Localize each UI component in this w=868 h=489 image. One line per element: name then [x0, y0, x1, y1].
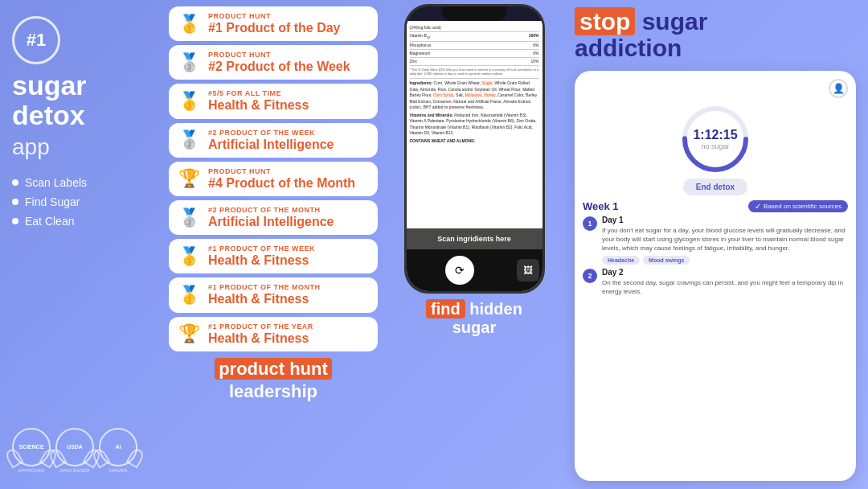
card-label-5: #2 PRODUCT OF THE MONTH — [208, 206, 334, 214]
week-section: Week 1 ✓ Based on scientific sources 1 D… — [583, 200, 848, 473]
feature-eat: Eat Clean — [12, 215, 87, 228]
ph-card-2[interactable]: 🥇 #5/5 FOR ALL TIME Health & Fitness — [169, 84, 378, 118]
app-top-bar: 👤 — [583, 79, 848, 98]
phone-notch — [442, 6, 506, 21]
nutrition-label: (240mg folic acid) Vitamin B12100% Phosp… — [407, 21, 542, 228]
stop-highlight: stop — [575, 7, 635, 35]
card-label-0: PRODUCT HUNT — [208, 12, 340, 20]
tag-mood: Mood swings — [643, 256, 690, 265]
badge-usda: USDA DATA BASED — [55, 428, 94, 473]
timer-label: no sugar — [693, 142, 737, 150]
medal-icon-6: 🥇 — [178, 246, 200, 267]
disclaimer: * The % Daily Value (DV) tells you how m… — [410, 68, 539, 79]
rank-badge: #1 — [12, 16, 60, 64]
day-title-1: Day 1 — [602, 216, 848, 224]
badge-ai: AI DRIVEN — [99, 428, 137, 473]
app-subtitle: app — [12, 134, 87, 160]
day-number-1: 1 — [583, 216, 597, 231]
badge-science: Science APPROVED — [12, 428, 51, 473]
phone-footer-label: find hidden — [426, 300, 522, 318]
ingredients-text: Ingredients: Corn, Whole Grain Wheat, Su… — [410, 80, 539, 111]
hidden-text: hidden — [469, 300, 522, 318]
nut-row-phosphorus: Phosphorus6% — [410, 42, 539, 50]
left-section: #1 sugardetox app Scan Labels Find Sugar… — [0, 0, 161, 489]
medal-icon-4: 🏆 — [178, 168, 200, 189]
day-title-2: Day 2 — [602, 268, 848, 277]
day-text-1: If you don't eat sugar for a day, your b… — [602, 226, 848, 253]
medal-icon-1: 🥈 — [178, 52, 200, 73]
scan-text: Scan ingridients here — [437, 235, 511, 243]
day-number-2: 2 — [583, 269, 597, 283]
card-title-0: #1 Product of the Day — [208, 20, 340, 35]
ph-card-4[interactable]: 🏆 PRODUCT HUNT #4 Product of the Month — [169, 162, 378, 196]
ph-card-3[interactable]: 🥈 #2 PRODUCT OF THE WEEK Artificial Inte… — [169, 123, 378, 158]
card-label-4: PRODUCT HUNT — [208, 167, 355, 175]
medal-icon-0: 🥇 — [178, 14, 200, 35]
card-label-8: #1 PRODUCT OF THE YEAR — [208, 323, 313, 331]
scan-bar: Scan ingridients here — [407, 228, 542, 249]
phone-controls: ⟳ 🖼 — [407, 249, 542, 291]
day-item-2: 2 Day 2 On the second day, sugar craving… — [583, 268, 848, 296]
ph-highlight: product hunt — [215, 358, 332, 380]
card-label-6: #1 PRODUCT OF THE WEEK — [208, 244, 315, 253]
app-mockup: 👤 1:12:15 no sugar End detox Week 1 ✓ — [575, 71, 856, 481]
timer-ring: 1:12:15 no sugar — [679, 103, 751, 175]
science-badge: ✓ Based on scientific sources — [748, 200, 848, 212]
cards-section: 🥇 PRODUCT HUNT #1 Product of the Day 🥈 P… — [161, 0, 386, 489]
card-title-6: Health & Fitness — [208, 253, 315, 268]
contains-text: CONTAINS WHEAT AND ALMOND. — [410, 138, 539, 145]
right-header: stop sugaraddiction — [575, 8, 856, 61]
card-label-1: PRODUCT HUNT — [208, 51, 350, 59]
ph-footer-title: product hunt — [215, 359, 332, 380]
medal-icon-5: 🥈 — [178, 208, 200, 228]
day-item-1: 1 Day 1 If you don't eat sugar for a day… — [583, 216, 848, 265]
user-icon[interactable]: 👤 — [829, 79, 848, 98]
app-title: sugardetox — [12, 71, 87, 131]
vitamins-text: Vitamins and Minerals: Reduced Iron, Nia… — [410, 113, 539, 137]
stop-sugar-title: stop sugaraddiction — [575, 8, 707, 61]
ph-card-7[interactable]: 🥇 #1 PRODUCT OF THE MONTH Health & Fitne… — [169, 277, 378, 312]
find-highlight: find — [426, 299, 465, 318]
card-title-2: Health & Fitness — [208, 97, 309, 113]
medal-icon-2: 🥇 — [178, 91, 200, 112]
week-header: Week 1 ✓ Based on scientific sources — [583, 200, 848, 212]
badges-row: Science APPROVED USDA DATA BASED AI DRIV… — [12, 428, 137, 473]
tag-headache: Headache — [602, 256, 640, 265]
ph-card-0[interactable]: 🥇 PRODUCT HUNT #1 Product of the Day — [169, 6, 378, 41]
ph-card-8[interactable]: 🏆 #1 PRODUCT OF THE YEAR Health & Fitnes… — [169, 317, 378, 351]
card-label-7: #1 PRODUCT OF THE MONTH — [208, 283, 321, 291]
nut-row-folic: (240mg folic acid) — [410, 24, 539, 32]
card-title-8: Health & Fitness — [208, 331, 313, 346]
end-detox-button[interactable]: End detox — [683, 179, 747, 195]
medal-icon-8: 🏆 — [178, 323, 200, 344]
timer-text: 1:12:15 no sugar — [693, 128, 737, 150]
gallery-button[interactable]: 🖼 — [517, 259, 539, 281]
ph-card-5[interactable]: 🥈 #2 PRODUCT OF THE MONTH Artificial Int… — [169, 200, 378, 235]
card-label-3: #2 PRODUCT OF THE WEEK — [208, 129, 334, 137]
week-title: Week 1 — [583, 200, 619, 212]
nut-row-vitb12: Vitamin B12100% — [410, 32, 539, 42]
day-content-2: Day 2 On the second day, sugar cravings … — [602, 268, 848, 296]
scan-button[interactable]: ⟳ — [445, 256, 474, 285]
phone-section: (240mg folic acid) Vitamin B12100% Phosp… — [386, 0, 563, 489]
phone-screen: (240mg folic acid) Vitamin B12100% Phosp… — [407, 21, 542, 291]
phone-mockup: (240mg folic acid) Vitamin B12100% Phosp… — [404, 4, 545, 294]
card-title-5: Artificial Intelligence — [208, 214, 334, 229]
medal-icon-3: 🥈 — [178, 129, 200, 150]
features-list: Scan Labels Find Sugar Eat Clean — [12, 176, 87, 228]
card-title-3: Artificial Intelligence — [208, 137, 334, 152]
ph-footer: product hunt leadership — [169, 359, 378, 402]
tags-row-1: Headache Mood swings — [602, 256, 848, 265]
nut-row-magnesium: Magnesium6% — [410, 50, 539, 58]
right-section: stop sugaraddiction 👤 1:12:15 no sugar E… — [563, 0, 868, 489]
day-text-2: On the second day, sugar cravings can pe… — [602, 278, 848, 296]
feature-scan: Scan Labels — [12, 176, 87, 189]
medal-icon-7: 🥇 — [178, 285, 200, 306]
ph-card-1[interactable]: 🥈 PRODUCT HUNT #2 Product of the Week — [169, 45, 378, 80]
card-title-7: Health & Fitness — [208, 291, 321, 306]
ph-card-6[interactable]: 🥇 #1 PRODUCT OF THE WEEK Health & Fitnes… — [169, 239, 378, 273]
timer-time: 1:12:15 — [693, 128, 737, 142]
day-content-1: Day 1 If you don't eat sugar for a day, … — [602, 216, 848, 265]
sugar-text: sugar — [426, 318, 522, 337]
feature-sugar: Find Sugar — [12, 195, 87, 208]
